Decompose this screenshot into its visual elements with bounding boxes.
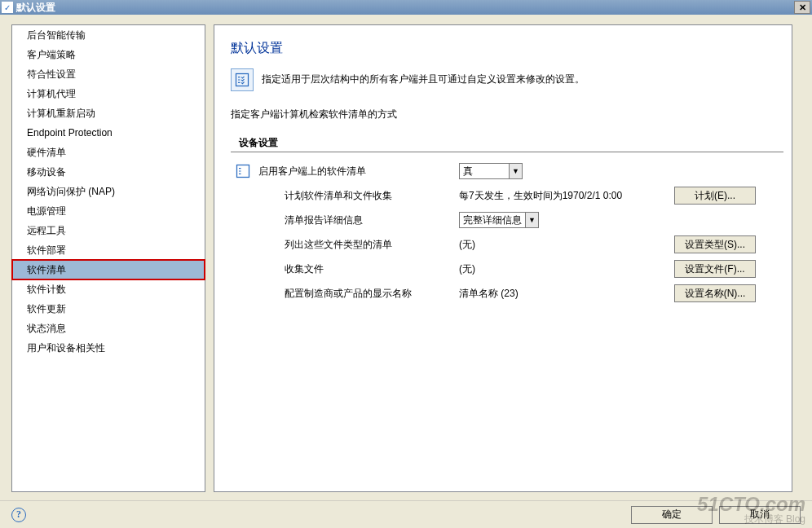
sidebar-item-8[interactable]: 网络访问保护 (NAP) xyxy=(12,182,205,201)
sidebar-item-2[interactable]: 符合性设置 xyxy=(12,64,205,84)
cancel-button[interactable]: 取消 xyxy=(719,506,801,524)
ok-button[interactable]: 确定 xyxy=(631,506,713,524)
setting-action: 设置类型(S)... xyxy=(647,235,761,253)
setting-value: (无) xyxy=(459,262,647,276)
checklist-icon xyxy=(231,68,254,91)
sidebar-item-16[interactable]: 用户和设备相关性 xyxy=(12,338,205,358)
close-button[interactable]: ✕ xyxy=(794,1,810,14)
setting-value: 每7天发生，生效时间为1970/2/1 0:00 xyxy=(459,189,647,203)
bottom-bar: ? 确定 取消 xyxy=(0,500,812,528)
setting-button[interactable]: 设置名称(N)... xyxy=(674,284,756,302)
setting-label: 列出这些文件类型的清单 xyxy=(255,238,459,252)
setting-label: 清单报告详细信息 xyxy=(255,213,459,227)
settings-row: 计划软件清单和文件收集每7天发生，生效时间为1970/2/1 0:00计划(E)… xyxy=(231,183,783,208)
sidebar-item-10[interactable]: 远程工具 xyxy=(12,221,205,240)
dropdown[interactable]: 真▼ xyxy=(459,163,523,179)
sidebar-item-9[interactable]: 电源管理 xyxy=(12,201,205,221)
svg-rect-0 xyxy=(236,74,249,86)
setting-label: 收集文件 xyxy=(255,262,459,276)
settings-row: 配置制造商或产品的显示名称清单名称 (23)设置名称(N)... xyxy=(231,281,783,306)
sidebar-item-12[interactable]: 软件清单 xyxy=(12,260,205,279)
setting-label: 配置制造商或产品的显示名称 xyxy=(255,287,459,301)
content-panel: 默认设置 指定适用于层次结构中的所有客户端并且可通过自定义设置来修改的设置。 指… xyxy=(214,24,792,492)
help-icon[interactable]: ? xyxy=(11,508,26,522)
sub-description: 指定客户端计算机检索软件清单的方式 xyxy=(231,108,783,121)
dropdown[interactable]: 完整详细信息▼ xyxy=(459,212,539,228)
setting-action: 设置名称(N)... xyxy=(647,284,761,302)
titlebar: ✓ 默认设置 ✕ xyxy=(0,0,812,15)
page-title: 默认设置 xyxy=(231,40,783,57)
sidebar-item-6[interactable]: 硬件清单 xyxy=(12,143,205,162)
settings-table: 启用客户端上的软件清单真▼计划软件清单和文件收集每7天发生，生效时间为1970/… xyxy=(231,159,783,306)
chevron-down-icon: ▼ xyxy=(509,164,522,178)
setting-label: 启用客户端上的软件清单 xyxy=(255,165,459,178)
setting-value: 真▼ xyxy=(459,163,647,179)
sidebar-item-11[interactable]: 软件部署 xyxy=(12,240,205,260)
page-description: 指定适用于层次结构中的所有客户端并且可通过自定义设置来修改的设置。 xyxy=(262,68,585,86)
setting-value: 清单名称 (23) xyxy=(459,287,647,301)
header-row: 指定适用于层次结构中的所有客户端并且可通过自定义设置来修改的设置。 xyxy=(231,68,783,91)
settings-row: 收集文件(无)设置文件(F)... xyxy=(231,257,783,281)
sidebar-item-4[interactable]: 计算机重新启动 xyxy=(12,103,205,123)
settings-row: 列出这些文件类型的清单(无)设置类型(S)... xyxy=(231,232,783,257)
body-area: 后台智能传输客户端策略符合性设置计算机代理计算机重新启动Endpoint Pro… xyxy=(0,15,812,500)
sidebar-item-13[interactable]: 软件计数 xyxy=(12,279,205,299)
settings-row: 清单报告详细信息完整详细信息▼ xyxy=(231,208,783,232)
sidebar-item-3[interactable]: 计算机代理 xyxy=(12,84,205,103)
setting-button[interactable]: 设置文件(F)... xyxy=(674,260,756,278)
setting-label: 计划软件清单和文件收集 xyxy=(255,189,459,203)
window-title: 默认设置 xyxy=(16,1,55,15)
settings-row: 启用客户端上的软件清单真▼ xyxy=(231,159,783,183)
checklist-icon xyxy=(231,163,255,179)
dropdown-text: 完整详细信息 xyxy=(460,213,525,227)
setting-action: 设置文件(F)... xyxy=(647,260,761,278)
setting-value: 完整详细信息▼ xyxy=(459,212,647,228)
sidebar-item-7[interactable]: 移动设备 xyxy=(12,162,205,182)
setting-button[interactable]: 计划(E)... xyxy=(674,187,756,205)
sidebar-item-14[interactable]: 软件更新 xyxy=(12,299,205,319)
app-icon: ✓ xyxy=(2,2,13,13)
sidebar-item-5[interactable]: Endpoint Protection xyxy=(12,123,205,143)
section-label: 设备设置 xyxy=(231,136,783,152)
chevron-down-icon: ▼ xyxy=(525,213,538,227)
setting-action: 计划(E)... xyxy=(647,187,761,205)
sidebar-item-15[interactable]: 状态消息 xyxy=(12,319,205,338)
setting-button[interactable]: 设置类型(S)... xyxy=(674,235,756,253)
titlebar-left: ✓ 默认设置 xyxy=(2,1,55,15)
dropdown-text: 真 xyxy=(460,165,509,178)
sidebar-item-0[interactable]: 后台智能传输 xyxy=(12,25,205,45)
setting-value: (无) xyxy=(459,238,647,252)
sidebar-item-1[interactable]: 客户端策略 xyxy=(12,45,205,64)
sidebar: 后台智能传输客户端策略符合性设置计算机代理计算机重新启动Endpoint Pro… xyxy=(11,24,205,492)
svg-rect-1 xyxy=(237,165,249,178)
